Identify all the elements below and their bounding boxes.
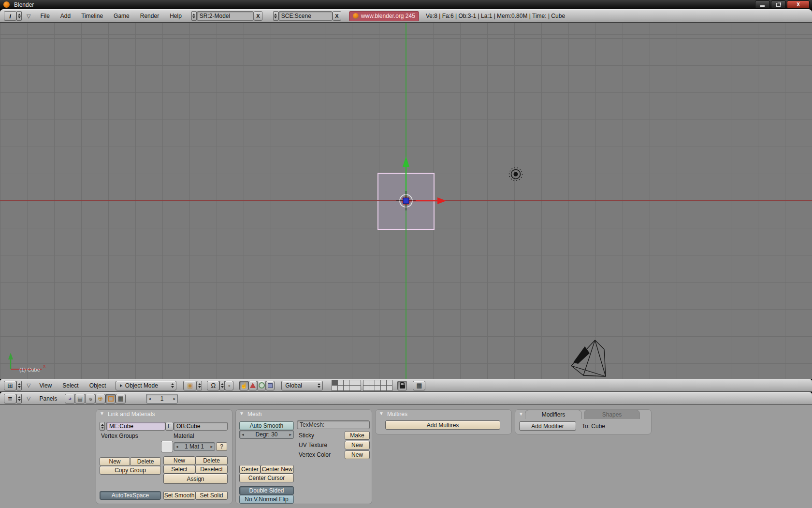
no-vnormal-flip-toggle[interactable]: No V.Normal Flip xyxy=(239,495,294,504)
auto-smooth-toggle[interactable]: Auto Smooth xyxy=(239,421,294,430)
draw-type-button[interactable]: ▣ xyxy=(183,381,197,390)
menu-render[interactable]: Render xyxy=(140,13,159,19)
add-multires-button[interactable]: Add Multires xyxy=(385,420,500,430)
material-index-selector[interactable]: ◂ 1 Mat 1 ▸ xyxy=(174,442,215,451)
layer-cell[interactable] xyxy=(355,380,361,385)
material-new-button[interactable]: New xyxy=(163,456,195,465)
autotexspace-toggle[interactable]: AutoTexSpace xyxy=(100,491,161,500)
layer-cell[interactable] xyxy=(363,380,369,385)
camera-object[interactable] xyxy=(571,340,606,376)
close-button[interactable]: X xyxy=(787,0,810,9)
menu-game[interactable]: Game xyxy=(114,13,130,19)
menu-help[interactable]: Help xyxy=(170,13,182,19)
layer-cell[interactable] xyxy=(344,380,349,385)
add-modifier-button[interactable]: Add Modifier xyxy=(519,421,576,431)
scale-manipulator-toggle[interactable] xyxy=(266,381,275,390)
layer-cell[interactable] xyxy=(332,386,337,390)
3d-viewport[interactable]: x (1) Cube xyxy=(0,23,812,379)
translate-manipulator-toggle[interactable] xyxy=(248,381,257,390)
orientation-dropdown[interactable]: Global xyxy=(281,381,323,390)
menu-panels[interactable]: Panels xyxy=(39,395,57,402)
menu-select[interactable]: Select xyxy=(62,382,78,389)
scene-name-field[interactable]: SCE:Scene xyxy=(278,11,333,21)
layer-cell[interactable] xyxy=(369,386,375,390)
window-type-spinner[interactable] xyxy=(16,394,22,403)
screen-spinner[interactable] xyxy=(191,11,197,21)
layer-cell[interactable] xyxy=(387,380,392,385)
menu-add[interactable]: Add xyxy=(60,13,71,19)
rotate-manipulator-toggle[interactable] xyxy=(257,381,266,390)
scene-delete-button[interactable]: X xyxy=(333,11,341,21)
logic-buttons-tab[interactable]: ◕ xyxy=(65,394,75,403)
editing-buttons-tab[interactable] xyxy=(105,394,116,403)
mesh-datablock-spinner[interactable] xyxy=(100,422,105,431)
layer-cell[interactable] xyxy=(349,386,355,390)
pivot-dropdown[interactable]: Ω xyxy=(207,381,219,390)
double-sided-toggle[interactable]: Double Sided xyxy=(239,486,294,495)
arrow-left-icon[interactable]: ◂ xyxy=(148,396,151,401)
layer-cell[interactable] xyxy=(387,386,392,390)
arrow-left-icon[interactable]: ◂ xyxy=(176,444,178,449)
collapse-header-icon[interactable]: ▽ xyxy=(27,382,30,388)
mode-dropdown[interactable]: ➤ Object Mode xyxy=(116,381,176,390)
arrow-right-icon[interactable]: ▸ xyxy=(289,432,291,437)
layer-cell[interactable] xyxy=(338,380,343,385)
tab-modifiers[interactable]: Modifiers xyxy=(525,410,582,419)
arrow-right-icon[interactable]: ▸ xyxy=(210,444,213,449)
window-type-spinner[interactable] xyxy=(16,381,22,390)
object-buttons-tab[interactable]: ⊕ xyxy=(95,394,105,403)
arrow-left-icon[interactable]: ◂ xyxy=(242,432,244,437)
center-cursor-button[interactable]: Center Cursor xyxy=(239,474,294,482)
uv-texture-new-button[interactable]: New xyxy=(345,441,370,449)
pivot-spinner[interactable] xyxy=(219,381,225,390)
panel-collapse-icon[interactable]: ▼ xyxy=(100,411,104,416)
script-buttons-tab[interactable]: ▤ xyxy=(75,394,85,403)
panel-collapse-icon[interactable]: ▼ xyxy=(239,411,244,416)
layer-cell[interactable] xyxy=(375,386,380,390)
collapse-header-icon[interactable]: ▽ xyxy=(27,395,30,402)
sticky-make-button[interactable]: Make xyxy=(345,431,370,440)
layer-cell[interactable] xyxy=(381,380,386,385)
material-assign-button[interactable]: Assign xyxy=(163,474,228,484)
screen-delete-button[interactable]: X xyxy=(254,11,262,21)
set-smooth-button[interactable]: Set Smooth xyxy=(163,491,195,500)
restore-button[interactable] xyxy=(771,0,786,9)
screen-name-field[interactable]: SR:2-Model xyxy=(197,11,254,21)
layer-cell[interactable] xyxy=(332,380,337,385)
fake-user-button[interactable]: F xyxy=(165,422,174,431)
degr-number-field[interactable]: ◂ Degr: 30 ▸ xyxy=(239,430,294,439)
panel-collapse-icon[interactable]: ▼ xyxy=(379,411,384,416)
mesh-name-field[interactable]: ME:Cube xyxy=(106,422,165,431)
menu-object[interactable]: Object xyxy=(89,382,106,389)
center-button[interactable]: Center xyxy=(239,465,261,474)
lock-layers-toggle[interactable] xyxy=(397,381,407,390)
vertex-color-new-button[interactable]: New xyxy=(345,450,370,459)
object-name-field[interactable]: OB:Cube xyxy=(174,422,228,431)
arrow-right-icon[interactable]: ▸ xyxy=(174,396,176,401)
manipulator-hand-toggle[interactable]: ☝ xyxy=(239,381,248,390)
lamp-object[interactable] xyxy=(509,168,522,181)
material-color-swatch[interactable] xyxy=(161,441,173,452)
material-delete-button[interactable]: Delete xyxy=(195,456,228,465)
layer-cell[interactable] xyxy=(381,386,386,390)
material-help-button[interactable]: ? xyxy=(216,442,227,451)
minimize-button[interactable] xyxy=(755,0,770,9)
window-type-button[interactable]: ≡ xyxy=(4,394,16,403)
blender-org-badge[interactable]: www.blender.org 245 xyxy=(349,11,419,21)
scene-spinner[interactable] xyxy=(273,11,278,21)
scene-buttons-tab[interactable]: ▦ xyxy=(116,394,126,403)
window-type-spinner[interactable] xyxy=(16,11,22,21)
vgroup-new-button[interactable]: New xyxy=(100,457,130,466)
panel-collapse-icon[interactable]: ▼ xyxy=(519,411,523,417)
frame-number-field[interactable]: ◂ 1 ▸ xyxy=(146,394,178,403)
vgroup-delete-button[interactable]: Delete xyxy=(130,457,161,466)
window-type-button[interactable]: ⊞ xyxy=(4,381,16,390)
layer-cell[interactable] xyxy=(375,380,380,385)
material-select-button[interactable]: Select xyxy=(163,465,195,474)
render-preview-button[interactable]: ▦ xyxy=(413,381,425,390)
collapse-header-icon[interactable]: ▽ xyxy=(27,13,30,19)
layer-cell[interactable] xyxy=(349,380,355,385)
menu-file[interactable]: File xyxy=(40,13,49,19)
menu-timeline[interactable]: Timeline xyxy=(81,13,103,19)
layer-cell[interactable] xyxy=(369,380,375,385)
